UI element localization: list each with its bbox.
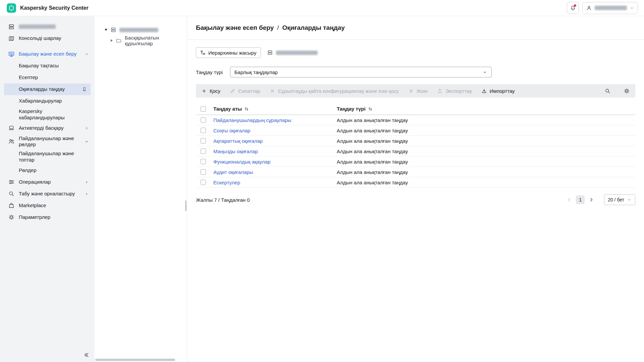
- sidebar-item-dashboard[interactable]: Бақылау тақтасы: [0, 60, 95, 72]
- selection-type: Алдын ала анықталған таңдау: [337, 128, 408, 133]
- title-divider: [187, 40, 644, 40]
- chevron-left-icon: [566, 196, 573, 203]
- selection-type: Алдын ала анықталған таңдау: [337, 148, 408, 154]
- sidebar-collapse-button[interactable]: [83, 351, 90, 359]
- user-account-menu[interactable]: [582, 2, 638, 14]
- current-server-indicator: [267, 50, 318, 56]
- delete-button[interactable]: Жою: [408, 88, 428, 94]
- selection-link[interactable]: Ақпараттық оқиғалар: [213, 138, 263, 144]
- page-size-select[interactable]: 20 / бет: [604, 194, 635, 205]
- selection-link[interactable]: Соңғы оқиғалар: [213, 128, 250, 133]
- sidebar-item-users-groups[interactable]: Пайдаланушылар және топтар: [0, 149, 95, 165]
- folder-icon: [116, 38, 122, 44]
- selection-link[interactable]: Ескертулер: [213, 180, 240, 185]
- sidebar-item-label: Операциялар: [19, 179, 80, 185]
- sidebar-item-label: Бақылау және есеп беру: [19, 51, 80, 57]
- tree-expander-closed-icon[interactable]: [111, 39, 113, 42]
- tree-expander-open-icon[interactable]: [105, 29, 107, 31]
- plus-icon: [201, 88, 207, 94]
- admin-server-icon: [267, 50, 273, 56]
- sidebar-item-operations[interactable]: Операциялар: [0, 176, 95, 188]
- sidebar-item-monitoring-reporting[interactable]: Бақылау және есеп беру: [0, 48, 95, 60]
- horizontal-scrollbar[interactable]: [95, 359, 175, 361]
- sidebar-item-discovery-deployment[interactable]: Табу және орналастыру: [0, 188, 95, 200]
- breadcrumb-section[interactable]: Бақылау және есеп беру: [196, 24, 274, 32]
- tree-node-server[interactable]: [95, 25, 187, 35]
- row-checkbox[interactable]: [201, 169, 206, 175]
- hide-hierarchy-button[interactable]: Иерархияны жасыру: [196, 47, 261, 58]
- search-icon: [8, 190, 15, 197]
- sidebar-item-marketplace[interactable]: Marketplace: [0, 200, 95, 212]
- server-name-redacted: [19, 24, 56, 29]
- table-row: Ақпараттық оқиғалар Алдын ала анықталған…: [196, 136, 635, 146]
- import-icon: [481, 88, 487, 94]
- row-checkbox[interactable]: [201, 159, 206, 164]
- add-button[interactable]: Қосу: [201, 88, 220, 94]
- sidebar-item-label: Marketplace: [19, 202, 89, 209]
- page-size-value: 20 / бет: [608, 197, 624, 202]
- table-settings-button[interactable]: [624, 88, 630, 94]
- chevron-down-icon: [627, 197, 632, 202]
- sidebar-item-asset-management[interactable]: Активтерді басқару: [0, 122, 95, 134]
- chevron-down-icon: [630, 6, 634, 10]
- selection-link[interactable]: Аудит оқиғалары: [213, 169, 253, 175]
- properties-button[interactable]: Сипаттар: [230, 88, 260, 94]
- row-checkbox[interactable]: [201, 148, 206, 154]
- row-checkbox[interactable]: [201, 128, 206, 133]
- tree-node-managed-devices[interactable]: Басқарылатын құрылғылар: [95, 36, 187, 46]
- selection-link[interactable]: Пайдаланушылардың сұраулары: [213, 117, 291, 123]
- chevron-right-icon: [588, 196, 595, 203]
- row-checkbox[interactable]: [201, 180, 206, 185]
- sidebar-item-label: Хабарландырулар: [19, 98, 89, 104]
- reconfigure-run-button[interactable]: Сұрыптауды қайта конфигурациялау және іс…: [270, 88, 399, 94]
- row-checkbox[interactable]: [201, 117, 206, 123]
- sidebar-item-kaspersky-announcements[interactable]: Kaspersky хабарландырулары: [0, 107, 95, 122]
- tree-node-label: Басқарылатын құрылғылар: [125, 35, 187, 46]
- sidebar-item-label: Рөлдер: [19, 167, 89, 174]
- page-number-button[interactable]: 1: [576, 195, 585, 204]
- sidebar-item-users-roles[interactable]: Пайдаланушылар және рөлдер: [0, 134, 95, 149]
- selection-type-select[interactable]: Барлық таңдаулар: [230, 67, 492, 77]
- sidebar-item-label: Оқиғаларды таңдау: [19, 86, 77, 93]
- server-name-redacted: [119, 28, 158, 32]
- table-row: Маңызды оқиғалар Алдын ала анықталған та…: [196, 146, 635, 157]
- hierarchy-icon: [200, 50, 206, 55]
- select-all-checkbox[interactable]: [201, 106, 206, 112]
- import-button[interactable]: Импорттау: [481, 88, 515, 94]
- sidebar-item-settings[interactable]: Параметрлер: [0, 212, 95, 223]
- row-checkbox[interactable]: [201, 138, 206, 143]
- hide-hierarchy-label: Иерархияны жасыру: [208, 50, 257, 56]
- selection-link[interactable]: Маңызды оқиғалар: [213, 148, 258, 154]
- filter-label: Таңдау түрі: [196, 69, 223, 75]
- sidebar-item-event-selections[interactable]: Оқиғаларды таңдау: [4, 83, 91, 95]
- table-header: Таңдау аты Таңдау түрі: [196, 103, 635, 115]
- sort-icon: [244, 107, 249, 111]
- column-header-name[interactable]: Таңдау аты: [211, 106, 335, 112]
- sidebar-item-admin-server[interactable]: [0, 21, 95, 33]
- prev-page-button[interactable]: [566, 196, 573, 203]
- next-page-button[interactable]: [588, 196, 595, 203]
- monitoring-icon: [8, 51, 15, 58]
- chevron-right-icon: [84, 126, 89, 131]
- selection-type: Алдын ала анықталған таңдау: [337, 180, 408, 185]
- sidebar-item-label: Пайдаланушылар және рөлдер: [19, 135, 80, 148]
- sort-icon: [368, 107, 373, 111]
- search-button[interactable]: [604, 88, 611, 94]
- sidebar-item-label: Бақылау тақтасы: [19, 63, 89, 69]
- sidebar-item-notifications[interactable]: Хабарландырулар: [0, 95, 95, 107]
- play-icon: [270, 88, 275, 94]
- sidebar-item-reports[interactable]: Есептер: [0, 72, 95, 83]
- selection-link[interactable]: Функционалдық ақаулар: [213, 159, 270, 165]
- close-icon: [408, 88, 414, 94]
- export-button[interactable]: Экспорттау: [437, 88, 472, 94]
- sidebar-item-console-navigation[interactable]: Консольді шарлау: [0, 33, 95, 44]
- sidebar-item-roles[interactable]: Рөлдер: [0, 165, 95, 176]
- chevron-down-icon: [482, 70, 487, 75]
- table-row: Функционалдық ақаулар Алдын ала анықталғ…: [196, 157, 635, 167]
- column-header-type[interactable]: Таңдау түрі: [335, 106, 635, 112]
- notifications-button[interactable]: [567, 2, 579, 14]
- admin-server-icon: [110, 27, 116, 33]
- user-icon: [586, 5, 592, 11]
- vertical-scrollbar[interactable]: [185, 200, 186, 211]
- user-name-redacted: [595, 6, 627, 10]
